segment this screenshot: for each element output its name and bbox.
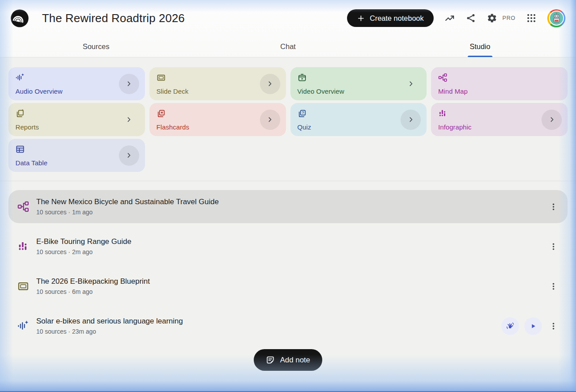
chevron-right-icon[interactable] bbox=[542, 110, 562, 130]
tool-card-video-overview[interactable]: Video Overview bbox=[290, 67, 427, 100]
flashcards-star-icon bbox=[156, 109, 166, 118]
tool-label: Slide Deck bbox=[156, 88, 279, 95]
artifact-title: The 2026 E-Bikepacking Blueprint bbox=[36, 277, 150, 286]
play-icon bbox=[528, 321, 538, 331]
artifact-title: E-Bike Touring Range Guide bbox=[36, 237, 131, 246]
tool-card-infographic[interactable]: Infographic bbox=[431, 103, 568, 136]
create-notebook-label: Create notebook bbox=[370, 14, 423, 23]
notebooklm-logo-icon bbox=[11, 9, 29, 27]
chevron-right-icon[interactable] bbox=[401, 74, 421, 94]
create-notebook-button[interactable]: Create notebook bbox=[347, 9, 433, 27]
audio-waveform-sparkle-icon bbox=[17, 320, 29, 332]
chevron-right-icon[interactable] bbox=[260, 74, 280, 94]
audio-waveform-sparkle-icon bbox=[15, 73, 25, 82]
chevron-right-icon[interactable] bbox=[119, 74, 139, 94]
chevron-right-icon[interactable] bbox=[119, 145, 139, 166]
artifact-title: The New Mexico Bicycle and Sustainable T… bbox=[36, 198, 219, 206]
reports-sparkle-icon bbox=[15, 109, 25, 118]
artifact-title: Solar e-bikes and serious language learn… bbox=[36, 317, 183, 326]
more-options-icon[interactable] bbox=[547, 198, 560, 216]
tool-card-slide-deck[interactable]: Slide Deck bbox=[149, 67, 286, 100]
tool-label: Flashcards bbox=[156, 123, 279, 131]
share-icon[interactable] bbox=[465, 13, 476, 23]
tool-label: Reports bbox=[15, 123, 138, 131]
artifact-row-audio-overview[interactable]: Solar e-bikes and serious language learn… bbox=[8, 309, 568, 343]
infographic-bars-icon bbox=[17, 240, 29, 252]
studio-tools-grid: Audio Overview Slide Deck Video Overview bbox=[0, 57, 576, 172]
add-note-button[interactable]: Add note bbox=[254, 349, 322, 371]
artifact-meta: 10 sources · 2m ago bbox=[36, 248, 131, 255]
tool-card-audio-overview[interactable]: Audio Overview bbox=[8, 67, 145, 100]
quiz-question-cards-icon: ? bbox=[298, 109, 307, 118]
play-button[interactable] bbox=[524, 317, 542, 335]
video-overview-icon bbox=[298, 73, 307, 82]
slide-deck-icon bbox=[17, 280, 29, 292]
artifact-meta: 10 sources · 1m ago bbox=[36, 209, 219, 216]
tool-label: Infographic bbox=[438, 123, 561, 131]
tab-studio[interactable]: Studio bbox=[384, 36, 576, 57]
artifact-meta: 10 sources · 6m ago bbox=[36, 288, 150, 295]
tool-card-reports[interactable]: Reports bbox=[8, 103, 145, 136]
chevron-right-icon[interactable] bbox=[119, 110, 139, 130]
artifact-row-infographic[interactable]: E-Bike Touring Range Guide 10 sources · … bbox=[8, 230, 568, 263]
tool-label: Audio Overview bbox=[15, 88, 138, 95]
artifact-row-mind-map[interactable]: The New Mexico Bicycle and Sustainable T… bbox=[8, 190, 568, 223]
tool-card-flashcards[interactable]: Flashcards bbox=[149, 103, 286, 136]
artifact-row-slide-deck[interactable]: The 2026 E-Bikepacking Blueprint 10 sour… bbox=[8, 270, 568, 303]
page-title: The Rewired Roadtrip 2026 bbox=[42, 11, 185, 25]
app-header: The Rewired Roadtrip 2026 Create noteboo… bbox=[0, 0, 576, 36]
mind-map-icon bbox=[438, 73, 447, 82]
tool-label: Data Table bbox=[15, 159, 138, 167]
slide-deck-icon bbox=[156, 73, 166, 82]
tool-card-data-table[interactable]: Data Table bbox=[8, 139, 145, 172]
tab-chat[interactable]: Chat bbox=[192, 36, 384, 57]
interactive-mode-button[interactable] bbox=[501, 317, 519, 335]
tool-card-quiz[interactable]: ? Quiz bbox=[290, 103, 427, 136]
tool-label: Video Overview bbox=[298, 88, 420, 95]
more-options-icon[interactable] bbox=[547, 278, 560, 295]
svg-text:?: ? bbox=[301, 110, 304, 115]
avatar-robot-image bbox=[549, 11, 564, 26]
tool-label: Quiz bbox=[298, 123, 420, 131]
panel-tabs: Sources Chat Studio bbox=[0, 36, 576, 57]
tool-label: Mind Map bbox=[438, 88, 561, 95]
notebooklm-app: The Rewired Roadtrip 2026 Create noteboo… bbox=[0, 0, 576, 392]
infographic-bars-icon bbox=[438, 109, 447, 118]
analytics-trending-icon[interactable] bbox=[444, 13, 455, 23]
pro-badge: PRO bbox=[503, 15, 516, 21]
chevron-right-icon[interactable] bbox=[260, 110, 280, 130]
waving-hand-icon bbox=[505, 321, 515, 331]
plus-icon bbox=[357, 14, 365, 23]
more-options-icon[interactable] bbox=[547, 317, 560, 335]
artifacts-list: The New Mexico Bicycle and Sustainable T… bbox=[0, 181, 576, 343]
user-avatar[interactable] bbox=[547, 9, 565, 27]
apps-grid-icon[interactable] bbox=[526, 13, 537, 23]
note-icon bbox=[266, 355, 275, 365]
chevron-right-icon[interactable] bbox=[401, 110, 421, 130]
artifact-meta: 10 sources · 23m ago bbox=[36, 328, 183, 335]
settings-gear-icon[interactable] bbox=[487, 13, 497, 23]
add-note-label: Add note bbox=[280, 356, 310, 365]
mind-map-icon bbox=[17, 201, 29, 213]
tab-sources[interactable]: Sources bbox=[0, 36, 192, 57]
tool-card-mind-map[interactable]: Mind Map bbox=[431, 67, 568, 100]
more-options-icon[interactable] bbox=[547, 238, 560, 255]
data-table-icon bbox=[15, 145, 25, 154]
